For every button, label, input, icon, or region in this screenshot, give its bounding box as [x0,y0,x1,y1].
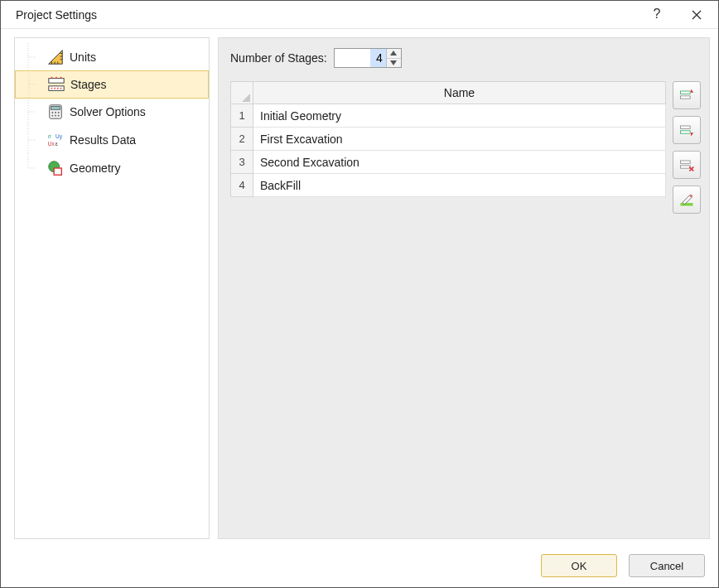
row-number: 2 [230,128,253,151]
close-icon [691,9,702,21]
stages-panel: Number of Stages: [218,37,710,539]
grid-corner [230,81,253,104]
svg-rect-25 [681,166,691,168]
svg-rect-7 [51,107,60,110]
num-stages-input[interactable] [335,49,386,67]
table-row[interactable]: 3 Second Excavation [230,151,666,174]
svg-rect-0 [49,79,64,84]
triangle-icon [242,94,250,102]
svg-point-4 [57,88,59,89]
stages-icon [47,75,65,94]
insert-after-icon [678,122,695,138]
svg-point-13 [58,115,60,117]
tree-branch-icon [24,70,42,99]
num-stages-spinner[interactable] [334,48,402,68]
spin-down-button[interactable] [387,59,401,68]
ruler-icon [46,48,65,66]
svg-point-3 [54,88,55,89]
tree-branch-icon [23,98,41,126]
svg-text:Uy: Uy [55,133,63,140]
stage-name-cell[interactable]: First Excavation [253,128,666,151]
svg-rect-22 [681,126,691,128]
insert-after-button[interactable] [673,116,701,144]
stage-toolbar [673,81,701,530]
svg-text:ε: ε [55,141,58,147]
column-header-name[interactable]: Name [253,81,666,104]
svg-rect-26 [681,203,693,205]
tree-item-label: Results Data [70,133,136,147]
window-title: Project Settings [16,8,634,22]
svg-point-12 [55,115,56,117]
tree-item-label: Stages [70,78,107,91]
row-number: 4 [230,174,253,197]
settings-tree: Units Stages [14,37,210,539]
svg-point-9 [55,112,56,113]
ok-button[interactable]: OK [541,554,617,577]
svg-rect-20 [681,91,691,94]
help-button[interactable]: ? [640,3,673,27]
tree-branch-icon [23,154,41,182]
tree-item-units[interactable]: Units [15,43,209,71]
stages-grid: Name 1 Initial Geometry 2 First Excavati… [230,81,666,530]
dialog-footer: OK Cancel [1,544,718,587]
svg-point-5 [60,88,62,89]
delete-stage-button[interactable] [673,151,701,179]
chevron-up-icon [390,51,397,55]
delete-stage-icon [678,157,695,173]
table-row[interactable]: 4 BackFill [230,174,666,197]
tree-branch-icon [23,43,41,71]
edit-stage-icon [678,191,695,208]
svg-point-2 [51,88,53,89]
svg-rect-24 [681,161,691,163]
tree-item-label: Geometry [70,161,120,175]
table-row[interactable]: 2 First Excavation [230,128,666,151]
tree-item-geometry[interactable]: Geometry [15,154,209,182]
insert-before-button[interactable] [673,81,701,109]
cancel-button[interactable]: Cancel [629,554,705,577]
table-row[interactable]: 1 Initial Geometry [230,104,666,128]
stage-name-cell[interactable]: Second Excavation [253,151,666,174]
tree-branch-icon [23,126,41,154]
tree-item-stages[interactable]: Stages [15,70,209,99]
svg-text:Ux: Ux [48,141,55,147]
spin-up-button[interactable] [387,49,401,59]
tree-item-label: Solver Options [70,105,146,118]
tree-item-label: Units [70,51,96,64]
num-stages-label: Number of Stages: [230,51,327,65]
chevron-down-icon [390,60,397,65]
row-number: 3 [230,151,253,174]
svg-point-8 [51,112,53,113]
stage-name-cell[interactable]: BackFill [253,174,666,197]
svg-text:σ: σ [48,133,51,139]
title-bar: Project Settings ? [1,1,718,29]
edit-stage-button[interactable] [673,186,701,214]
insert-before-icon [678,87,695,104]
geometry-icon [46,159,65,177]
tree-item-results-data[interactable]: σUyUxε Results Data [15,126,209,154]
svg-rect-21 [681,96,691,99]
svg-rect-19 [54,168,61,175]
row-number: 1 [230,104,253,128]
tree-item-solver-options[interactable]: Solver Options [15,98,209,126]
close-button[interactable] [680,3,713,27]
calculator-icon [46,103,65,121]
stage-name-cell[interactable]: Initial Geometry [253,104,666,128]
dialog-body: Units Stages [1,29,718,544]
svg-rect-23 [681,131,691,133]
svg-point-11 [51,115,53,117]
project-settings-dialog: Project Settings ? Units [0,0,719,588]
results-icon: σUyUxε [46,131,65,149]
num-stages-row: Number of Stages: [230,48,701,68]
svg-point-10 [58,112,60,113]
